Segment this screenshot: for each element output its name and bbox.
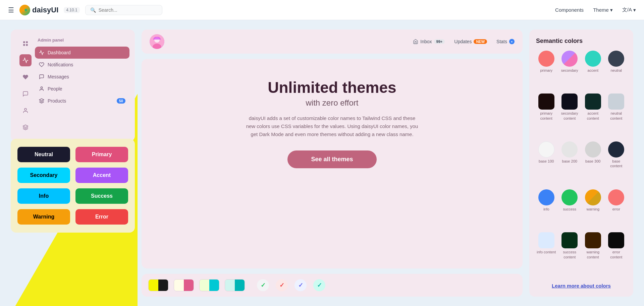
svg-rect-5 [26, 44, 28, 46]
color-swatch-base300[interactable]: base 300 [583, 141, 603, 185]
nav-list: Admin panel Dashboard Notifications [35, 35, 129, 136]
color-label-info-content: info content [537, 250, 556, 254]
sidebar-icon-person[interactable] [19, 105, 32, 117]
inbox-link[interactable]: Inbox 99+ [413, 39, 445, 44]
stats-link[interactable]: Stats ● [496, 39, 515, 44]
svg-point-1 [24, 9, 27, 11]
color-swatch-success[interactable]: success [559, 189, 580, 228]
sidebar-icon-layers[interactable] [19, 121, 32, 133]
sidebar-icon-chat[interactable] [19, 88, 32, 100]
svg-rect-2 [23, 41, 25, 43]
color-label-accent: accent [588, 68, 598, 73]
color-swatch-error-content[interactable]: error content [606, 232, 627, 276]
accent-button[interactable]: Accent [75, 168, 128, 183]
color-swatch-accent[interactable]: accent [583, 51, 603, 89]
checkmark-row: ✓ ✓ ✓ ✓ [257, 279, 325, 291]
color-label-success-content: success content [559, 250, 580, 259]
search-input[interactable] [99, 7, 157, 13]
nav-item-messages[interactable]: Messages [35, 71, 129, 83]
color-swatch-base-content[interactable]: base content [606, 141, 627, 185]
theme-swatch-3[interactable] [199, 279, 219, 291]
color-swatch-warning-content[interactable]: warning content [583, 232, 603, 276]
theme-swatch-4[interactable] [225, 279, 245, 291]
stats-badge: ● [509, 39, 515, 44]
semantic-colors-title: Semantic colors [536, 38, 627, 45]
info-button[interactable]: Info [17, 188, 70, 204]
hero-subtitle: with zero effort [306, 98, 359, 108]
neutral-button[interactable]: Neutral [17, 147, 70, 162]
color-label-neutral: neutral [610, 68, 622, 73]
color-swatch-neutral-content[interactable]: neutral content [606, 94, 627, 137]
color-label-neutral-content: neutral content [606, 111, 627, 121]
logo-icon [19, 5, 30, 15]
check-1[interactable]: ✓ [257, 279, 269, 291]
color-swatch-primary[interactable]: primary [536, 51, 557, 89]
theme-link[interactable]: Theme ▾ [593, 7, 613, 13]
semantic-colors-panel: Semantic colors primary secondary accent… [529, 29, 633, 297]
svg-point-6 [24, 108, 26, 110]
check-4[interactable]: ✓ [313, 279, 325, 291]
learn-more-colors-link[interactable]: Learn more about colors [536, 283, 627, 289]
svg-marker-7 [23, 125, 28, 128]
components-link[interactable]: Components [555, 7, 584, 13]
theme-swatch-1[interactable] [148, 279, 168, 291]
admin-panel-card: Admin panel Dashboard Notifications [11, 29, 135, 141]
color-swatch-neutral[interactable]: neutral [606, 51, 627, 89]
color-swatch-secondary[interactable]: secondary [559, 51, 580, 89]
primary-button[interactable]: Primary [75, 147, 128, 162]
check-3[interactable]: ✓ [294, 279, 307, 291]
icon-sidebar [16, 35, 35, 136]
color-swatch-info-content[interactable]: info content [536, 232, 557, 276]
hero-title: Unlimited themes [268, 79, 396, 96]
version-badge: 4.10.1 [64, 7, 79, 13]
color-swatch-warning[interactable]: warning [583, 189, 603, 228]
color-label-accent-content: accent content [583, 111, 603, 121]
hero-area: Unlimited themes with zero effort daisyU… [142, 59, 523, 268]
secondary-button[interactable]: Secondary [17, 168, 70, 183]
sidebar-icon-heart[interactable] [19, 71, 32, 83]
warning-button[interactable]: Warning [17, 209, 70, 225]
topbar-links: Inbox 99+ Updates NEW Stats ● [413, 39, 515, 44]
color-swatch-base100[interactable]: base 100 [536, 141, 557, 185]
search-icon: 🔍 [90, 7, 96, 13]
svg-rect-4 [23, 44, 25, 46]
nav-item-notifications[interactable]: Notifications [35, 59, 129, 71]
color-swatch-error[interactable]: error [606, 189, 627, 228]
color-label-error: error [612, 207, 620, 211]
svg-point-8 [41, 87, 42, 88]
sidebar-icon-grid[interactable] [19, 38, 32, 50]
color-swatch-secondary-content[interactable]: secondary content [559, 94, 580, 137]
color-swatch-success-content[interactable]: success content [559, 232, 580, 276]
color-label-base-content: base content [606, 159, 627, 169]
search-bar[interactable]: 🔍 [85, 5, 162, 15]
color-label-base300: base 300 [585, 159, 600, 164]
color-swatch-primary-content[interactable]: primary content [536, 94, 557, 137]
theme-swatch-2[interactable] [174, 279, 194, 291]
error-button[interactable]: Error [75, 209, 128, 225]
hero-description: daisyUI adds a set of customizable color… [245, 114, 419, 138]
stats-label: Stats [496, 39, 507, 44]
nav-item-people[interactable]: People [35, 83, 129, 95]
language-link[interactable]: 文/A ▾ [622, 7, 636, 13]
color-label-secondary: secondary [561, 68, 578, 73]
success-button[interactable]: Success [75, 188, 128, 204]
updates-label: Updates [454, 39, 472, 44]
color-swatch-info[interactable]: info [536, 189, 557, 228]
inbox-badge: 99+ [434, 39, 445, 44]
theme-swatches-bar: ✓ ✓ ✓ ✓ [142, 274, 523, 297]
products-badge: 50 [117, 98, 125, 104]
sidebar-icon-chart[interactable] [19, 54, 32, 66]
chevron-down-icon: ▾ [610, 7, 613, 13]
nav-item-dashboard[interactable]: Dashboard [35, 47, 129, 59]
updates-link[interactable]: Updates NEW [454, 39, 487, 44]
color-swatch-base200[interactable]: base 200 [559, 141, 580, 185]
color-label-base200: base 200 [562, 159, 577, 164]
color-swatch-accent-content[interactable]: accent content [583, 94, 603, 137]
check-2[interactable]: ✓ [276, 279, 288, 291]
nav-label-dashboard: Dashboard [48, 50, 125, 55]
nav-item-products[interactable]: Products 50 [35, 95, 129, 107]
hamburger-icon[interactable]: ☰ [8, 6, 14, 14]
color-buttons-card: Neutral Primary Secondary Accent Info Su… [11, 139, 135, 233]
logo-text: daisyUI [32, 6, 58, 14]
see-all-themes-button[interactable]: See all themes [287, 150, 376, 168]
